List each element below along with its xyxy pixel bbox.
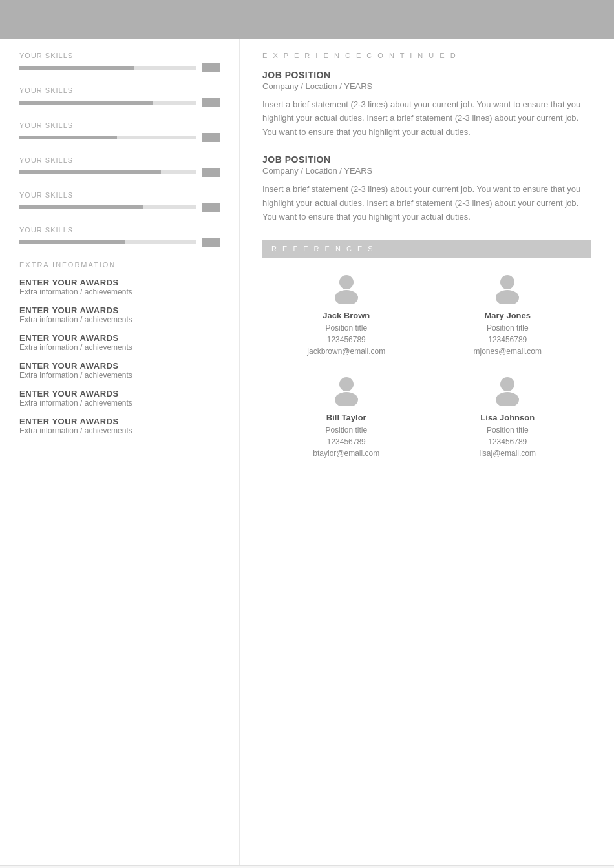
svg-point-4 bbox=[339, 377, 354, 391]
skill-bar-bg bbox=[19, 170, 196, 174]
award-sub: Extra information / achievements bbox=[19, 315, 220, 324]
award-sub: Extra information / achievements bbox=[19, 426, 220, 435]
skill-bar-bg bbox=[19, 101, 196, 105]
ref-title: Position title bbox=[325, 322, 367, 334]
ref-name: Jack Brown bbox=[323, 311, 370, 320]
experience-section: E X P E R I E N C E C O N T I N U E D JO… bbox=[262, 52, 591, 224]
skill-item: YOUR SKILLS bbox=[19, 52, 220, 72]
ref-name: Mary Jones bbox=[484, 311, 531, 320]
skill-bar-bg bbox=[19, 136, 196, 140]
skill-bar-bg bbox=[19, 205, 196, 209]
job-company: Company / Location / YEARS bbox=[262, 166, 591, 176]
skill-bar-container bbox=[19, 168, 220, 177]
ref-title: Position title bbox=[325, 424, 367, 436]
ref-email: mjones@email.com bbox=[473, 346, 542, 357]
job-description: Insert a brief statement (2-3 lines) abo… bbox=[262, 98, 591, 139]
skill-bar-dot bbox=[202, 133, 220, 142]
job-block: JOB POSITION Company / Location / YEARS … bbox=[262, 154, 591, 223]
ref-email: lisaj@email.com bbox=[479, 448, 536, 459]
skill-label: YOUR SKILLS bbox=[19, 156, 220, 164]
svg-point-3 bbox=[496, 290, 519, 304]
skill-label: YOUR SKILLS bbox=[19, 52, 220, 59]
references-grid: Jack Brown Position title 123456789 jack… bbox=[262, 271, 591, 459]
reference-item: Mary Jones Position title 123456789 mjon… bbox=[430, 271, 586, 357]
skill-item: YOUR SKILLS bbox=[19, 87, 220, 107]
skill-item: YOUR SKILLS bbox=[19, 156, 220, 177]
job-description: Insert a brief statement (2-3 lines) abo… bbox=[262, 182, 591, 223]
skill-bar-fill bbox=[19, 240, 125, 244]
ref-title: Position title bbox=[487, 322, 529, 334]
skill-label: YOUR SKILLS bbox=[19, 87, 220, 94]
main-content: E X P E R I E N C E C O N T I N U E D JO… bbox=[240, 39, 614, 865]
award-item: ENTER YOUR AWARDS Extra information / ac… bbox=[19, 278, 220, 296]
ref-phone: 123456789 bbox=[488, 436, 527, 448]
ref-name: Bill Taylor bbox=[326, 413, 366, 422]
reference-item: Jack Brown Position title 123456789 jack… bbox=[269, 271, 424, 357]
award-sub: Extra information / achievements bbox=[19, 398, 220, 408]
award-item: ENTER YOUR AWARDS Extra information / ac… bbox=[19, 333, 220, 352]
references-header: R E F E R E N C E S bbox=[262, 240, 591, 258]
award-item: ENTER YOUR AWARDS Extra information / ac… bbox=[19, 361, 220, 380]
job-company: Company / Location / YEARS bbox=[262, 81, 591, 91]
sidebar: YOUR SKILLS YOUR SKILLS bbox=[0, 39, 239, 865]
skill-bar-fill bbox=[19, 136, 117, 140]
skill-bar-dot bbox=[202, 168, 220, 177]
award-sub: Extra information / achievements bbox=[19, 371, 220, 380]
svg-point-7 bbox=[496, 392, 519, 406]
award-title: ENTER YOUR AWARDS bbox=[19, 389, 220, 398]
skill-bar-bg bbox=[19, 66, 196, 70]
ref-title: Position title bbox=[487, 424, 529, 436]
ref-phone: 123456789 bbox=[327, 334, 366, 346]
svg-point-0 bbox=[339, 275, 354, 289]
extra-info-section: EXTRA INFORMATION ENTER YOUR AWARDS Extr… bbox=[19, 261, 220, 435]
extra-info-title: EXTRA INFORMATION bbox=[19, 261, 220, 269]
award-title: ENTER YOUR AWARDS bbox=[19, 361, 220, 371]
reference-item: Lisa Johnson Position title 123456789 li… bbox=[430, 373, 586, 459]
ref-phone: 123456789 bbox=[488, 334, 527, 346]
skill-bar-dot bbox=[202, 63, 220, 72]
skill-bar-fill bbox=[19, 205, 143, 209]
award-item: ENTER YOUR AWARDS Extra information / ac… bbox=[19, 417, 220, 435]
svg-point-1 bbox=[335, 290, 358, 304]
skill-bar-container bbox=[19, 98, 220, 107]
ref-phone: 123456789 bbox=[327, 436, 366, 448]
footer: 小学、初中、高中各种试卷真题 知识归纳 文案合同 PPT等免费下载 www.do… bbox=[0, 865, 614, 868]
svg-point-5 bbox=[335, 392, 358, 406]
skill-bar-container bbox=[19, 63, 220, 72]
skill-bar-fill bbox=[19, 170, 161, 174]
award-title: ENTER YOUR AWARDS bbox=[19, 305, 220, 315]
ref-email: btaylor@email.com bbox=[313, 448, 379, 459]
award-sub: Extra information / achievements bbox=[19, 287, 220, 296]
avatar-icon bbox=[491, 271, 524, 304]
award-title: ENTER YOUR AWARDS bbox=[19, 278, 220, 287]
skill-label: YOUR SKILLS bbox=[19, 191, 220, 199]
svg-point-6 bbox=[500, 377, 514, 391]
award-sub: Extra information / achievements bbox=[19, 343, 220, 352]
skills-section: YOUR SKILLS YOUR SKILLS bbox=[19, 52, 220, 247]
skill-bar-bg bbox=[19, 240, 196, 244]
avatar-icon bbox=[330, 373, 363, 406]
skill-bar-container bbox=[19, 238, 220, 247]
reference-item: Bill Taylor Position title 123456789 bta… bbox=[269, 373, 424, 459]
award-title: ENTER YOUR AWARDS bbox=[19, 417, 220, 426]
skill-bar-fill bbox=[19, 66, 134, 70]
avatar-icon bbox=[330, 271, 363, 304]
job-block: JOB POSITION Company / Location / YEARS … bbox=[262, 70, 591, 139]
top-banner bbox=[0, 0, 614, 39]
job-position: JOB POSITION bbox=[262, 154, 591, 165]
skill-item: YOUR SKILLS bbox=[19, 121, 220, 142]
job-position: JOB POSITION bbox=[262, 70, 591, 80]
experience-title: E X P E R I E N C E C O N T I N U E D bbox=[262, 52, 591, 59]
skill-bar-dot bbox=[202, 238, 220, 247]
skill-label: YOUR SKILLS bbox=[19, 121, 220, 129]
skill-bar-dot bbox=[202, 98, 220, 107]
references-section: R E F E R E N C E S Jack Brown Position … bbox=[262, 240, 591, 459]
svg-point-2 bbox=[500, 275, 514, 289]
avatar-icon bbox=[491, 373, 524, 406]
award-item: ENTER YOUR AWARDS Extra information / ac… bbox=[19, 305, 220, 324]
skill-bar-dot bbox=[202, 203, 220, 212]
skill-bar-container bbox=[19, 203, 220, 212]
ref-email: jackbrown@email.com bbox=[307, 346, 385, 357]
award-title: ENTER YOUR AWARDS bbox=[19, 333, 220, 343]
skill-bar-container bbox=[19, 133, 220, 142]
